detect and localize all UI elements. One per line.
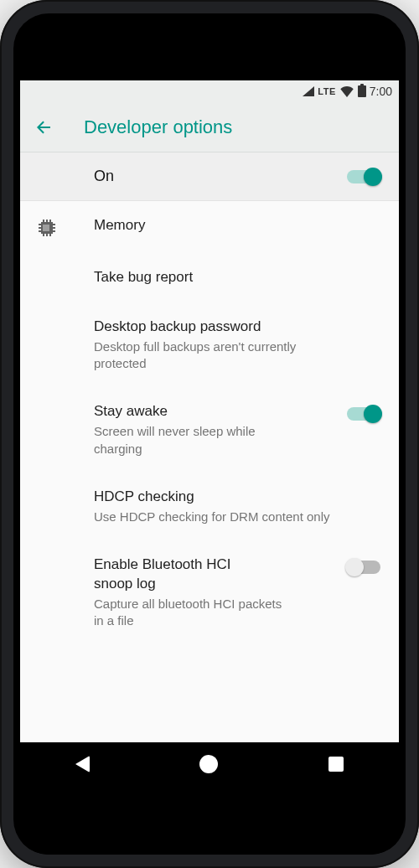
app-bar: Developer options (20, 102, 399, 152)
chip-icon (37, 218, 57, 238)
row-title: Desktop backup password (94, 318, 339, 337)
cell-signal-icon (303, 86, 314, 96)
page-title: Developer options (84, 116, 232, 138)
row-backup-password[interactable]: Desktop backup password Desktop full bac… (20, 302, 399, 387)
row-subtitle: Capture all bluetooth HCI packets in a f… (94, 596, 287, 630)
nav-recents-button[interactable] (328, 757, 344, 772)
phone-frame: LTE 7:00 Developer options On (0, 0, 419, 868)
row-title: Enable Bluetooth HCI snoop log (94, 555, 270, 594)
row-bt-hci-snoop[interactable]: Enable Bluetooth HCI snoop log Capture a… (20, 540, 399, 644)
bt-hci-switch[interactable] (347, 561, 380, 574)
arrow-left-icon (34, 117, 54, 137)
master-toggle-label: On (94, 168, 114, 185)
row-stay-awake[interactable]: Stay awake Screen will never sleep while… (20, 387, 399, 472)
row-subtitle: Screen will never sleep while charging (94, 423, 287, 457)
stay-awake-switch[interactable] (347, 407, 380, 421)
device-inner: LTE 7:00 Developer options On (13, 13, 406, 855)
row-subtitle: Use HDCP checking for DRM content only (94, 509, 339, 525)
row-hdcp[interactable]: HDCP checking Use HDCP checking for DRM … (20, 473, 399, 540)
master-switch[interactable] (347, 170, 380, 183)
bezel-bottom (20, 786, 399, 855)
nav-home-button[interactable] (199, 755, 218, 773)
screen: LTE 7:00 Developer options On (20, 80, 399, 786)
master-toggle-row[interactable]: On (20, 152, 399, 201)
clock: 7:00 (370, 85, 392, 98)
row-subtitle: Desktop full backups aren't currently pr… (94, 338, 339, 373)
row-memory[interactable]: Memory (20, 201, 399, 253)
row-bug-report[interactable]: Take bug report (20, 253, 399, 302)
row-title: Memory (94, 216, 339, 235)
wifi-icon (339, 85, 354, 97)
nav-back-button[interactable] (75, 756, 90, 772)
row-title: HDCP checking (94, 488, 339, 507)
nav-bar (20, 742, 399, 786)
svg-rect-1 (43, 225, 49, 231)
back-button[interactable] (27, 111, 60, 144)
network-label: LTE (318, 86, 335, 96)
row-title: Stay awake (94, 402, 339, 421)
battery-icon (358, 85, 366, 97)
status-bar: LTE 7:00 (20, 80, 399, 102)
settings-list: Memory Take bug report Desktop backup pa… (20, 201, 399, 742)
row-title: Take bug report (94, 268, 339, 287)
